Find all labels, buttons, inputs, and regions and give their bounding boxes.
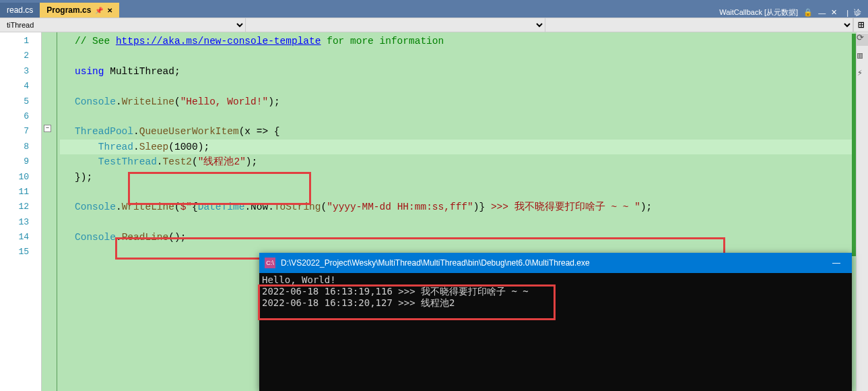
line-number: 8 [0,140,29,154]
diagnostics-tab[interactable]: 诊 [854,7,861,18]
console-line: Hello, World! [262,274,849,286]
minimize-button[interactable]: — [821,253,852,273]
console-line: 2022-06-18 16:13:20,127 >>> 线程池2 [262,297,849,309]
console-titlebar[interactable]: C:\ D:\VS2022_Project\Wesky\MultiThread\… [259,253,852,273]
line-number: 5 [0,94,29,109]
separator: | [846,9,848,17]
console-body[interactable]: Hello, World!2022-06-18 16:13:19,116 >>>… [259,273,852,322]
tab-readcs[interactable]: read.cs [0,3,40,18]
tab-programcs[interactable]: Program.cs 📌 ✕ [40,3,119,18]
pin-icon[interactable]: 📌 [95,7,103,14]
context-dropdown-class[interactable] [246,18,545,32]
line-number: 2 [0,49,29,63]
line-gutter: 1 2 3 4 5 6 7 8 9 10 11 12 13 14 15 [0,32,42,391]
line-number: 11 [0,185,29,200]
console-app-icon: C:\ [265,258,275,268]
line-number: 10 [0,170,29,185]
console-window: C:\ D:\VS2022_Project\Wesky\MultiThread\… [259,253,852,391]
code-line-1: // See https://aka.ms/new-console-templa… [60,34,856,49]
code-line-10: }); [60,170,856,185]
tool-icon[interactable]: ⟳ [857,32,864,43]
line-number: 9 [0,154,29,169]
tab-label: Program.cs [46,5,91,15]
line-number: 4 [0,79,29,94]
tool-icon[interactable]: ⚡ [857,67,863,78]
console-title: D:\VS2022_Project\Wesky\MultiThread\Mult… [281,258,590,268]
waitcallback-tab[interactable]: WaitCallback [从元数据] [719,7,798,18]
code-line-5: Console.WriteLine("Hello, World!"); [60,94,856,109]
line-number: 13 [0,215,29,230]
line-number: 15 [0,245,29,260]
code-line-9: TestThread.Test2("线程池2"); [60,154,856,169]
code-line-12: Console.WriteLine($"{DateTime.Now.ToStri… [60,200,856,214]
tool-icon[interactable]: ▥ [857,50,863,61]
line-number: 7 [0,124,29,139]
close-icon[interactable]: ✕ [831,8,837,17]
context-bar: tiThread ⊞ [0,18,868,32]
line-number: 14 [0,230,29,245]
minimize-icon[interactable]: — [818,9,826,17]
line-number: 1 [0,34,29,49]
context-dropdown-member[interactable] [545,18,853,32]
side-toolbar: ⟳ ▥ ⚡ [852,32,868,78]
console-line: 2022-06-18 16:13:19,116 >>> 我不晓得要打印啥子 ~ … [262,286,849,297]
split-view-icon[interactable]: ⊞ [853,18,868,32]
vertical-scrollbar[interactable] [856,32,868,391]
tab-bar: read.cs Program.cs 📌 ✕ WaitCallback [从元数… [0,0,868,18]
line-number: 3 [0,64,29,79]
tab-label: read.cs [7,5,33,15]
console-controls: — [821,253,852,273]
collapse-icon[interactable]: − [44,125,51,132]
code-line-6 [60,109,856,124]
console-cursor: _ [262,309,849,320]
code-line-13 [60,215,856,230]
code-line-8: Thread.Sleep(1000); [60,140,856,154]
code-line-4 [60,79,856,94]
code-line-7: ThreadPool.QueueUserWorkItem(x => { [60,124,856,139]
code-line-11 [60,185,856,200]
code-line-14: Console.ReadLine(); [60,230,856,245]
line-number: 6 [0,109,29,124]
lock-icon[interactable]: 🔒 [803,8,813,17]
context-dropdown-project[interactable]: tiThread [0,18,246,32]
close-icon[interactable]: ✕ [107,7,112,14]
code-line-2 [60,49,856,63]
line-number: 12 [0,200,29,214]
code-line-3: using MultiThread; [60,64,856,79]
right-tab-area: WaitCallback [从元数据] 🔒 — ✕ | 诊 [719,7,868,18]
code-margin: − [42,32,57,391]
